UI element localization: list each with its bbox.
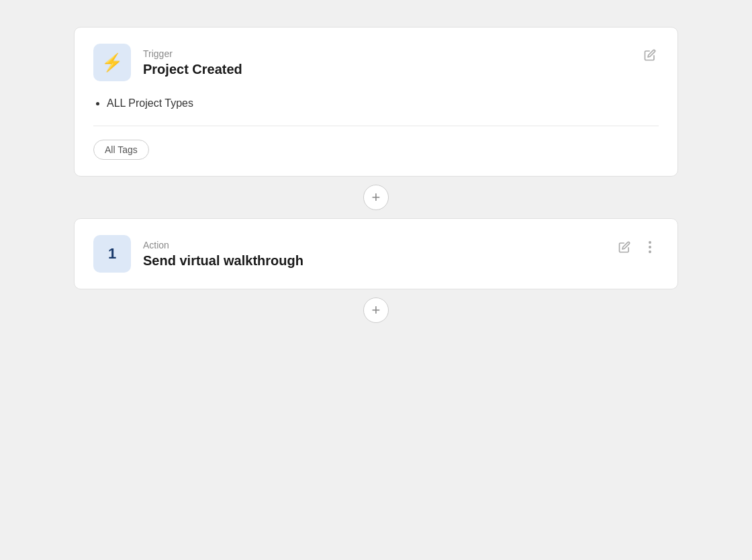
trigger-title-group: Trigger Project Created: [143, 48, 242, 77]
action-card: 1 Action Send virtual walkthrough: [74, 218, 678, 289]
ellipsis-vertical-icon: [644, 240, 656, 254]
action-card-header-left: 1 Action Send virtual walkthrough: [93, 235, 303, 273]
trigger-card-header-left: ⚡ Trigger Project Created: [93, 44, 242, 81]
trigger-bullet-list: ALL Project Types: [93, 95, 659, 112]
trigger-card-actions: [641, 44, 659, 64]
trigger-card: ⚡ Trigger Project Created ALL Project Ty…: [74, 27, 678, 177]
trigger-card-header: ⚡ Trigger Project Created: [93, 44, 659, 81]
action-edit-button[interactable]: [616, 238, 633, 256]
workflow-canvas: ⚡ Trigger Project Created ALL Project Ty…: [74, 27, 678, 331]
all-tags-pill[interactable]: All Tags: [93, 140, 149, 160]
trigger-label: Trigger: [143, 48, 242, 59]
action-number-badge: 1: [93, 235, 131, 273]
add-step-button-1[interactable]: +: [363, 185, 389, 210]
project-types-item: ALL Project Types: [107, 95, 659, 112]
action-label: Action: [143, 240, 303, 250]
trigger-icon-wrapper: ⚡: [93, 44, 131, 81]
lightning-icon: ⚡: [101, 54, 123, 71]
action-title-group: Action Send virtual walkthrough: [143, 240, 303, 269]
action-card-actions: [616, 235, 659, 256]
action-more-button[interactable]: [641, 238, 659, 256]
action-card-header: 1 Action Send virtual walkthrough: [93, 235, 659, 273]
trigger-divider: [93, 126, 659, 126]
action-title: Send virtual walkthrough: [143, 253, 303, 269]
trigger-title: Project Created: [143, 62, 242, 77]
trigger-edit-button[interactable]: [641, 46, 659, 64]
trigger-tags-row: All Tags: [93, 140, 659, 160]
add-step-button-2[interactable]: +: [363, 297, 389, 323]
